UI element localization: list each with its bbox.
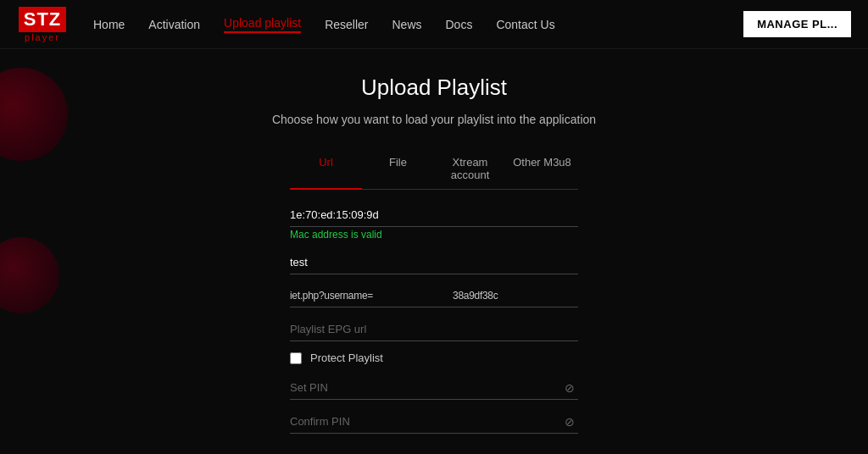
set-pin-eye-icon[interactable]: ⊘ [565, 381, 575, 395]
nav-activation[interactable]: Activation [148, 18, 200, 31]
nav-upload-playlist[interactable]: Upload playlist [224, 16, 301, 33]
tabs: Url File Xtream account Other M3u8 [290, 149, 578, 190]
nav-reseller[interactable]: Reseller [325, 18, 368, 31]
protect-playlist-checkbox[interactable] [290, 352, 302, 364]
confirm-pin-wrapper: ⊘ [290, 410, 578, 434]
nav-home[interactable]: Home [93, 18, 125, 31]
page-subtitle: Choose how you want to load your playlis… [272, 111, 596, 129]
nav-contact-us[interactable]: Contact Us [496, 18, 554, 31]
manage-button[interactable]: MANAGE PL... [743, 11, 851, 37]
protect-playlist-label: Protect Playlist [310, 352, 383, 364]
logo-player: player [25, 32, 60, 42]
nav-news[interactable]: News [392, 18, 421, 31]
playlist-url-group [290, 285, 578, 307]
navbar: STZ player Home Activation Upload playli… [0, 0, 868, 49]
confirm-pin-input[interactable] [290, 410, 578, 434]
logo-stz: STZ [19, 7, 67, 32]
mac-address-group: Mac address is valid [290, 203, 578, 241]
epg-url-input[interactable] [290, 318, 578, 341]
set-pin-group: ⊘ [290, 376, 578, 400]
tab-xtream[interactable]: Xtream account [434, 149, 506, 190]
main-content: Upload Playlist Choose how you want to l… [0, 49, 868, 454]
form-container: Url File Xtream account Other M3u8 Mac a… [290, 149, 578, 454]
playlist-name-group [290, 251, 578, 274]
tab-other[interactable]: Other M3u8 [506, 149, 578, 190]
playlist-name-input[interactable] [290, 251, 578, 274]
page-title: Upload Playlist [361, 75, 507, 101]
protect-playlist-row: Protect Playlist [290, 352, 578, 364]
tab-url[interactable]: Url [290, 149, 362, 190]
epg-url-group [290, 318, 578, 341]
logo: STZ player [17, 7, 68, 42]
confirm-pin-eye-icon[interactable]: ⊘ [565, 415, 575, 429]
mac-valid-message: Mac address is valid [290, 229, 578, 241]
nav-links: Home Activation Upload playlist Reseller… [93, 16, 743, 33]
nav-docs[interactable]: Docs [446, 18, 473, 31]
confirm-pin-group: ⊘ [290, 410, 578, 434]
mac-address-input[interactable] [290, 203, 578, 227]
playlist-url-input[interactable] [290, 285, 578, 307]
set-pin-wrapper: ⊘ [290, 376, 578, 400]
set-pin-input[interactable] [290, 376, 578, 400]
tab-file[interactable]: File [362, 149, 434, 190]
